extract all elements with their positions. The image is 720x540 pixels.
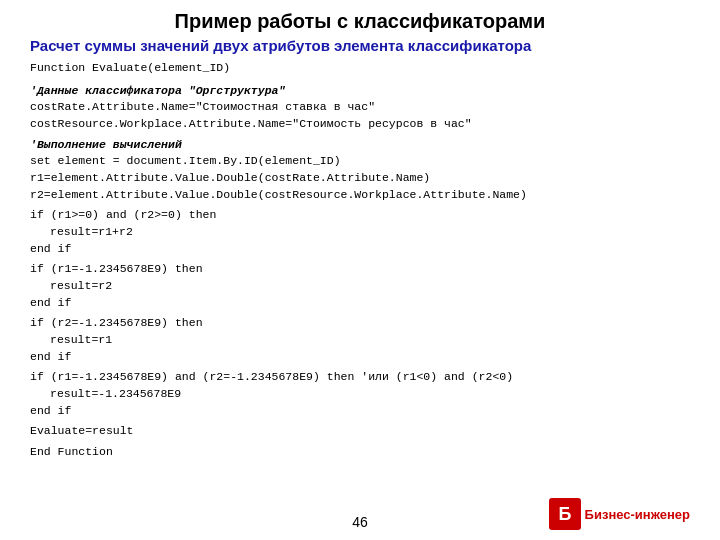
line2: costResource.Workplace.Attribute.Name="С… [30, 116, 690, 133]
if4-end: end if [30, 403, 690, 420]
if1-body: result=r1+r2 [50, 224, 690, 241]
if3-end: end if [30, 349, 690, 366]
code-block: Function Evaluate(element_ID) 'Данные кл… [30, 60, 690, 506]
svg-text:Б: Б [558, 504, 571, 524]
footer: 46 Б Бизнес-инженер [30, 510, 690, 530]
line3: set element = document.Item.By.ID(elemen… [30, 153, 690, 170]
if4-line: if (r1=-1.2345678E9) and (r2=-1.2345678E… [30, 369, 690, 386]
if2-body: result=r2 [50, 278, 690, 295]
brand-icon: Б [549, 498, 581, 530]
comment2: 'Выполнение вычислений [30, 137, 690, 154]
if1-line: if (r1>=0) and (r2>=0) then [30, 207, 690, 224]
main-title: Пример работы с классификаторами [30, 10, 690, 33]
if2-end: end if [30, 295, 690, 312]
func-decl: Function Evaluate(element_ID) [30, 60, 690, 77]
if2-line: if (r1=-1.2345678E9) then [30, 261, 690, 278]
end-func: End Function [30, 444, 690, 461]
if3-line: if (r2=-1.2345678E9) then [30, 315, 690, 332]
line1: costRate.Attribute.Name="Стоимостная ста… [30, 99, 690, 116]
line4: r1=element.Attribute.Value.Double(costRa… [30, 170, 690, 187]
page: Пример работы с классификаторами Расчет … [0, 0, 720, 540]
if4-body: result=-1.2345678E9 [50, 386, 690, 403]
if3-body: result=r1 [50, 332, 690, 349]
subtitle: Расчет суммы значений двух атрибутов эле… [30, 37, 690, 54]
line5: r2=element.Attribute.Value.Double(costRe… [30, 187, 690, 204]
eval-line: Evaluate=result [30, 423, 690, 440]
brand-text: Бизнес-инженер [585, 507, 690, 522]
page-number: 46 [352, 514, 368, 530]
brand: Б Бизнес-инженер [549, 498, 690, 530]
comment1: 'Данные классификатора "Оргструктура" [30, 83, 690, 100]
if1-end: end if [30, 241, 690, 258]
